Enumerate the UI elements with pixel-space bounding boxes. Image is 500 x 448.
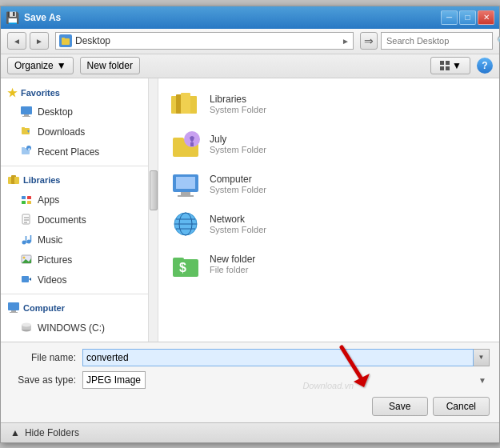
music-label: Music	[38, 234, 62, 246]
save-button[interactable]: Save	[372, 397, 428, 416]
organize-button[interactable]: Organize ▼	[7, 57, 74, 74]
divider-2	[1, 294, 148, 294]
go-button[interactable]: ⇒	[360, 32, 378, 50]
computer-label: Computer	[23, 303, 65, 313]
scrollbar-thumb[interactable]	[150, 170, 158, 210]
close-button[interactable]: ✕	[478, 10, 494, 25]
new-folder-button[interactable]: New folder	[80, 57, 140, 74]
svg-rect-7	[24, 114, 29, 116]
address-icon	[59, 34, 72, 47]
search-input[interactable]	[386, 36, 497, 46]
second-toolbar: Organize ▼ New folder ▼ ?	[1, 54, 499, 78]
back-button[interactable]: ◄	[7, 32, 26, 50]
music-icon	[20, 233, 33, 248]
svg-rect-10	[22, 127, 25, 129]
sidebar-item-documents[interactable]: Documents	[1, 210, 148, 230]
network-name: Network	[210, 214, 266, 225]
sidebar-item-data-d[interactable]: DATA (D:)	[1, 338, 148, 342]
help-button[interactable]: ?	[477, 58, 493, 74]
pictures-icon	[20, 253, 33, 268]
file-name-input[interactable]	[82, 349, 474, 366]
svg-rect-35	[22, 276, 29, 282]
sidebar-item-windows-c[interactable]: WINDOWS (C:)	[1, 318, 148, 338]
computer-header-icon	[7, 301, 20, 315]
buttons-row: Download.vn Save Cancel	[10, 397, 490, 416]
divider-1	[1, 166, 148, 166]
maximize-button[interactable]: □	[459, 10, 476, 25]
search-box[interactable]: 🔍	[381, 32, 493, 50]
sidebar-item-music[interactable]: Music	[1, 230, 148, 250]
sidebar-item-desktop[interactable]: Desktop	[1, 102, 148, 122]
svg-rect-49	[181, 93, 190, 114]
recent-places-icon: ★	[20, 145, 33, 160]
file-item-july[interactable]: July System Folder	[165, 125, 493, 163]
file-name-dropdown-btn[interactable]: ▼	[474, 349, 490, 366]
svg-rect-1	[62, 38, 65, 39]
sidebar-item-recent-places[interactable]: ★ Recent Places	[1, 142, 148, 162]
title-bar: 💾 Save As ─ □ ✕	[1, 6, 499, 29]
favorites-star-icon: ★	[7, 86, 18, 99]
downloads-icon	[20, 125, 33, 140]
save-as-dialog: 💾 Save As ─ □ ✕ ◄ ► Desktop ► ⇒ 🔍	[0, 6, 500, 443]
computer-info: Computer System Folder	[210, 174, 266, 194]
downloads-label: Downloads	[38, 126, 85, 138]
file-item-network[interactable]: Network System Folder	[165, 205, 493, 243]
sidebar-item-apps[interactable]: Apps	[1, 190, 148, 210]
documents-icon	[20, 213, 33, 228]
libraries-header[interactable]: Libraries	[1, 170, 148, 190]
svg-point-33	[23, 256, 26, 258]
computer-name: Computer	[210, 174, 266, 185]
favorites-header[interactable]: ★ Favorites	[1, 83, 148, 102]
favorites-label: Favorites	[21, 88, 60, 98]
cancel-button[interactable]: Cancel	[433, 397, 490, 416]
window-icon: 💾	[6, 11, 19, 24]
libraries-info: Libraries System Folder	[210, 94, 266, 114]
computer-folder-icon	[170, 168, 202, 200]
view-button[interactable]: ▼	[430, 57, 470, 74]
window-title: Save As	[24, 12, 61, 23]
address-dropdown-arrow[interactable]: ►	[342, 37, 350, 46]
sidebar-item-pictures[interactable]: Pictures	[1, 250, 148, 270]
documents-label: Documents	[38, 214, 86, 226]
svg-text:$: $	[179, 261, 186, 274]
new-folder-label: New folder	[87, 60, 133, 71]
svg-rect-37	[8, 302, 19, 310]
file-item-new-folder[interactable]: $ New folder File folder	[165, 245, 493, 283]
sidebar-item-videos[interactable]: Videos	[1, 270, 148, 290]
pictures-label: Pictures	[38, 254, 72, 266]
desktop-icon	[20, 105, 33, 120]
svg-rect-56	[181, 192, 190, 195]
svg-rect-4	[440, 66, 444, 70]
svg-rect-39	[10, 312, 18, 313]
new-folder-info: New folder File folder	[210, 254, 255, 274]
recent-places-label: Recent Places	[38, 146, 99, 158]
windows-c-label: WINDOWS (C:)	[38, 322, 105, 334]
new-folder-name: New folder	[210, 254, 255, 265]
computer-header[interactable]: Computer	[1, 298, 148, 318]
apps-label: Apps	[38, 194, 59, 206]
save-as-type-wrapper: JPEG Image PNG Image BMP Image ▼	[82, 371, 490, 389]
libraries-folder-icon	[170, 88, 202, 120]
save-as-type-select[interactable]: JPEG Image PNG Image BMP Image	[82, 371, 146, 389]
hide-folders-bar[interactable]: ▲ Hide Folders	[1, 422, 499, 442]
svg-rect-8	[22, 116, 30, 117]
file-item-computer[interactable]: Computer System Folder	[165, 165, 493, 203]
forward-button[interactable]: ►	[30, 32, 49, 50]
minimize-button[interactable]: ─	[441, 10, 458, 25]
svg-rect-51	[173, 138, 184, 142]
svg-rect-0	[62, 38, 70, 45]
address-bar[interactable]: Desktop ►	[55, 32, 354, 50]
july-type: System Folder	[210, 145, 266, 154]
apps-icon	[20, 193, 33, 208]
network-type: System Folder	[210, 225, 266, 234]
bottom-form-area: File name: ▼ Save as type: JPEG Image PN…	[1, 342, 499, 422]
address-text: Desktop	[75, 35, 338, 46]
svg-rect-20	[27, 196, 31, 199]
sidebar-item-downloads[interactable]: Downloads	[1, 122, 148, 142]
sidebar-scrollbar[interactable]	[149, 78, 158, 342]
svg-rect-53	[190, 142, 194, 146]
file-item-libraries[interactable]: Libraries System Folder	[165, 85, 493, 123]
search-icon: 🔍	[497, 35, 500, 46]
computer-type: System Folder	[210, 185, 266, 194]
network-info: Network System Folder	[210, 214, 266, 234]
